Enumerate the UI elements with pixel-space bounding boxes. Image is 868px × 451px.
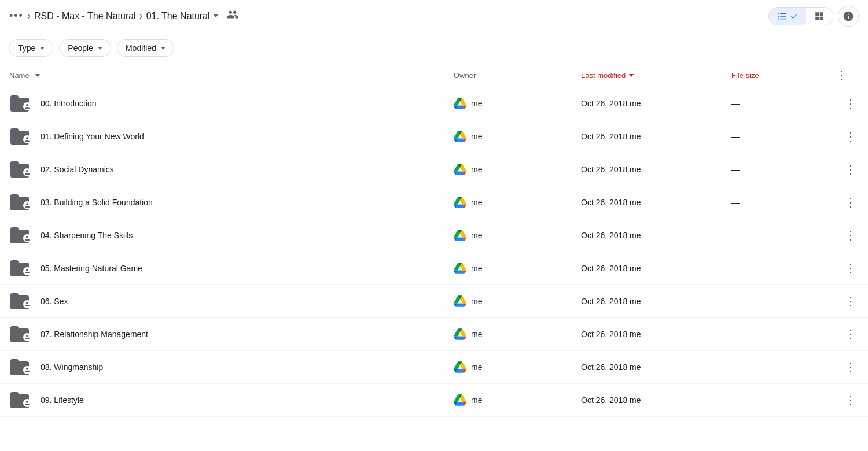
folder-icon-wrap [9, 93, 30, 114]
breadcrumb-sep-2: › [139, 10, 143, 22]
file-size: — [731, 99, 836, 108]
file-owner: me [454, 361, 581, 373]
breadcrumb-dots[interactable]: ••• [9, 10, 24, 22]
file-name: 04. Sharpening The Skills [41, 231, 454, 240]
file-name-col: 02. Social Dynamics [9, 159, 454, 180]
file-actions: ⋮ [836, 226, 859, 245]
more-options-button[interactable]: ⋮ [843, 358, 859, 376]
folder-icon-wrap [9, 225, 30, 246]
people-filter-button[interactable]: People [59, 39, 111, 57]
file-owner: me [454, 263, 581, 274]
table-row[interactable]: 00. Introduction me Oct 26, 2018 me — ⋮ [0, 87, 868, 120]
folder-icon-wrap [9, 258, 30, 279]
folder-icon-wrap [9, 126, 30, 147]
file-name: 06. Sex [41, 297, 454, 306]
more-options-button[interactable]: ⋮ [843, 292, 859, 310]
folder-icon-wrap [9, 291, 30, 312]
filter-bar: Type People Modified [0, 32, 868, 64]
folder-icon [10, 161, 29, 178]
breadcrumb-current-label: 01. The Natural [146, 11, 210, 21]
file-size: — [731, 231, 836, 240]
more-options-button[interactable]: ⋮ [843, 259, 859, 278]
owner-name: me [471, 264, 482, 273]
file-name: 05. Mastering Natural Game [41, 264, 454, 273]
table-row[interactable]: 08. Wingmanship me Oct 26, 2018 me — ⋮ [0, 351, 868, 384]
table-row[interactable]: 07. Relationship Management me Oct 26, 2… [0, 318, 868, 351]
col-owner-label: Owner [454, 71, 476, 80]
folder-icon-wrap [9, 159, 30, 180]
file-modified: Oct 26, 2018 me [581, 132, 731, 141]
col-filesize-header[interactable]: File size [731, 71, 836, 80]
owner-name: me [471, 99, 482, 108]
file-name-col: 00. Introduction [9, 93, 454, 114]
info-icon [843, 10, 854, 22]
file-size: — [731, 330, 836, 339]
owner-name: me [471, 330, 482, 339]
more-options-button[interactable]: ⋮ [843, 127, 859, 146]
file-modified: Oct 26, 2018 me [581, 395, 731, 405]
file-name: 09. Lifestyle [41, 395, 454, 405]
file-actions: ⋮ [836, 127, 859, 146]
more-options-button[interactable]: ⋮ [843, 193, 859, 212]
file-modified: Oct 26, 2018 me [581, 165, 731, 174]
file-name-col: 08. Wingmanship [9, 357, 454, 378]
breadcrumb-rsd[interactable]: RSD - Max - The Natural [34, 11, 136, 21]
more-options-button[interactable]: ⋮ [843, 325, 859, 343]
table-row[interactable]: 06. Sex me Oct 26, 2018 me — ⋮ [0, 285, 868, 318]
people-chevron-icon [98, 47, 102, 50]
more-options-button[interactable]: ⋮ [843, 391, 859, 409]
file-modified: Oct 26, 2018 me [581, 363, 731, 372]
file-size: — [731, 297, 836, 306]
col-modified-header[interactable]: Last modified [581, 71, 731, 80]
file-size: — [731, 264, 836, 273]
breadcrumb-current[interactable]: 01. The Natural [146, 11, 218, 21]
file-name-col: 07. Relationship Management [9, 324, 454, 345]
view-toggle [768, 7, 833, 25]
owner-name: me [471, 198, 482, 207]
col-name-label: Name [9, 71, 30, 80]
list-view-icon [777, 11, 788, 21]
table-row[interactable]: 02. Social Dynamics me Oct 26, 2018 me —… [0, 153, 868, 186]
table-row[interactable]: 01. Defining Your New World me Oct 26, 2… [0, 120, 868, 153]
owner-name: me [471, 132, 482, 141]
file-size: — [731, 132, 836, 141]
chevron-down-icon[interactable] [214, 14, 218, 17]
file-name: 03. Building a Solid Foundation [41, 198, 454, 207]
file-name-col: 01. Defining Your New World [9, 126, 454, 147]
file-name: 00. Introduction [41, 99, 454, 108]
table-row[interactable]: 03. Building a Solid Foundation me Oct 2… [0, 186, 868, 219]
modified-sort-icon [629, 74, 634, 77]
grid-view-button[interactable] [806, 8, 833, 25]
top-bar: ••• › RSD - Max - The Natural › 01. The … [0, 0, 868, 32]
table-row[interactable]: 09. Lifestyle me Oct 26, 2018 me — ⋮ [0, 384, 868, 417]
header-more-icon[interactable]: ⋮ [836, 69, 847, 82]
col-name-header[interactable]: Name [9, 71, 454, 80]
file-size: — [731, 363, 836, 372]
file-size: — [731, 198, 836, 207]
folder-icon [10, 95, 29, 112]
list-view-button[interactable] [769, 8, 806, 25]
folder-icon [10, 128, 29, 145]
file-size: — [731, 165, 836, 174]
share-people-icon[interactable] [226, 8, 239, 24]
file-modified: Oct 26, 2018 me [581, 297, 731, 306]
more-options-button[interactable]: ⋮ [843, 94, 859, 113]
type-filter-button[interactable]: Type [9, 39, 53, 57]
file-modified: Oct 26, 2018 me [581, 231, 731, 240]
modified-filter-button[interactable]: Modified [117, 39, 174, 57]
file-name: 07. Relationship Management [41, 330, 454, 339]
folder-icon-wrap [9, 192, 30, 213]
name-sort-arrow-icon [35, 74, 40, 77]
file-owner: me [454, 164, 581, 175]
owner-name: me [471, 363, 482, 372]
file-owner: me [454, 131, 581, 142]
file-name-col: 09. Lifestyle [9, 390, 454, 411]
file-name: 02. Social Dynamics [41, 165, 454, 174]
more-options-button[interactable]: ⋮ [843, 226, 859, 245]
col-actions-header: ⋮ [836, 68, 859, 82]
more-options-button[interactable]: ⋮ [843, 160, 859, 179]
table-row[interactable]: 04. Sharpening The Skills me Oct 26, 201… [0, 219, 868, 252]
table-row[interactable]: 05. Mastering Natural Game me Oct 26, 20… [0, 252, 868, 285]
info-button[interactable] [838, 6, 859, 27]
folder-icon [10, 359, 29, 375]
